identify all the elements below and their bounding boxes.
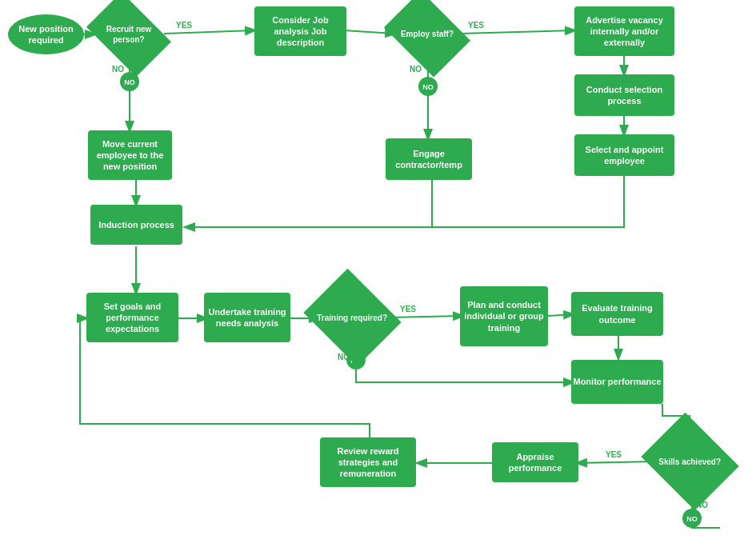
svg-text:YES: YES — [176, 21, 192, 30]
training-required-node: Training required? — [303, 269, 401, 366]
svg-text:NO: NO — [410, 65, 422, 74]
svg-point-31 — [682, 509, 702, 528]
move-employee-node: Move current employee to the new positio… — [88, 130, 172, 180]
recruit-new-node: Recruit new person? — [86, 0, 171, 77]
svg-text:YES: YES — [468, 21, 484, 30]
svg-text:NO: NO — [124, 78, 135, 86]
svg-line-1 — [164, 30, 254, 34]
set-goals-node: Set goals and performance expectations — [86, 293, 178, 342]
skills-achieved-node: Skills achieved? — [641, 413, 738, 510]
engage-contractor-node: Engage contractor/temp — [386, 138, 472, 180]
advertise-node: Advertise vacancy internally and/or exte… — [574, 6, 674, 56]
svg-line-12 — [392, 316, 462, 317]
evaluate-training-node: Evaluate training outcome — [571, 292, 663, 336]
svg-line-15 — [578, 461, 654, 463]
svg-text:NO: NO — [422, 83, 434, 91]
review-reward-node: Review reward strategies and remuneratio… — [320, 437, 416, 487]
employ-staff-node: Employ staff? — [384, 0, 470, 78]
flowchart: YES YES YES YES NO NO NO NO NO NO NO NO … — [0, 0, 756, 555]
svg-text:NO: NO — [112, 65, 124, 74]
new-position-node: New position required — [8, 14, 84, 54]
monitor-performance-node: Monitor performance — [571, 360, 663, 404]
induction-node: Induction process — [90, 205, 182, 245]
select-appoint-node: Select and appoint employee — [574, 134, 674, 176]
svg-point-27 — [418, 77, 438, 96]
svg-line-3 — [460, 30, 574, 34]
consider-job-node: Consider Job analysis Job description — [254, 6, 346, 56]
svg-text:NO: NO — [686, 515, 698, 523]
svg-text:YES: YES — [606, 450, 622, 459]
plan-conduct-node: Plan and conduct individual or group tra… — [460, 286, 548, 346]
svg-text:YES: YES — [400, 305, 416, 313]
svg-line-13 — [548, 314, 573, 316]
conduct-selection-node: Conduct selection process — [574, 74, 674, 116]
training-needs-node: Undertake training needs analysis — [204, 293, 290, 342]
appraise-node: Appraise performance — [492, 442, 578, 482]
